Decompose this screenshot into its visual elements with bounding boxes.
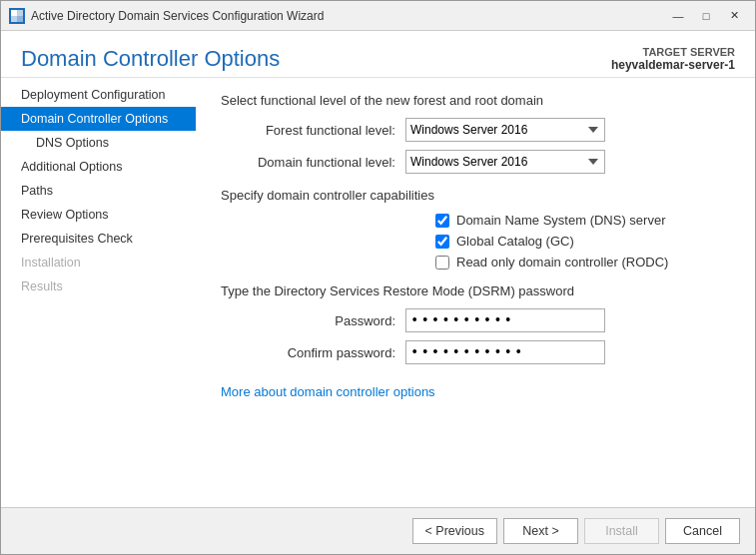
svg-rect-1 (17, 10, 23, 16)
gc-label[interactable]: Global Catalog (GC) (456, 234, 574, 249)
rodc-label[interactable]: Read only domain controller (RODC) (456, 255, 668, 270)
title-bar: Active Directory Domain Services Configu… (1, 1, 755, 31)
dns-label[interactable]: Domain Name System (DNS) server (456, 213, 666, 228)
svg-rect-2 (11, 16, 17, 22)
sidebar-item-install: Installation (1, 251, 196, 275)
functional-level-title: Select functional level of the new fores… (221, 93, 730, 108)
previous-button[interactable]: < Previous (412, 518, 497, 544)
minimize-button[interactable]: — (665, 6, 691, 26)
app-icon (9, 8, 25, 24)
gc-checkbox-row: Global Catalog (GC) (221, 234, 730, 249)
sidebar-item-dns[interactable]: DNS Options (1, 131, 196, 155)
password-input[interactable] (405, 308, 605, 332)
forest-level-select[interactable]: Windows Server 2016 (405, 118, 605, 142)
main-content: Select functional level of the new fores… (196, 78, 755, 507)
forest-level-row: Forest functional level: Windows Server … (221, 118, 730, 142)
target-server-label: TARGET SERVER (611, 46, 735, 58)
confirm-label: Confirm password: (221, 345, 405, 360)
dns-checkbox-row: Domain Name System (DNS) server (221, 213, 730, 228)
confirm-password-row: Confirm password: (221, 340, 730, 364)
wizard-window: Active Directory Domain Services Configu… (0, 0, 756, 555)
capabilities-title: Specify domain controller capabilities (221, 188, 730, 203)
domain-level-select[interactable]: Windows Server 2016 (405, 150, 605, 174)
capabilities-section: Specify domain controller capabilities D… (221, 188, 730, 270)
link-section: More about domain controller options (221, 384, 730, 399)
domain-level-row: Domain functional level: Windows Server … (221, 150, 730, 174)
svg-rect-0 (11, 10, 17, 16)
next-button[interactable]: Next > (503, 518, 578, 544)
password-row: Password: (221, 308, 730, 332)
dns-checkbox[interactable] (435, 214, 449, 228)
body-area: Deployment Configuration Domain Controll… (1, 78, 755, 507)
window-title: Active Directory Domain Services Configu… (31, 9, 324, 23)
forest-label: Forest functional level: (221, 123, 405, 138)
target-server-name: heyvaldemar-server-1 (611, 58, 735, 72)
svg-rect-3 (17, 16, 23, 22)
sidebar-item-dc-options[interactable]: Domain Controller Options (1, 107, 196, 131)
password-label: Password: (221, 313, 405, 328)
rodc-checkbox-row: Read only domain controller (RODC) (221, 255, 730, 270)
sidebar: Deployment Configuration Domain Controll… (1, 78, 196, 507)
domain-label: Domain functional level: (221, 155, 405, 170)
wizard-footer: < Previous Next > Install Cancel (1, 507, 755, 554)
sidebar-item-review[interactable]: Review Options (1, 203, 196, 227)
page-header: Domain Controller Options TARGET SERVER … (1, 31, 755, 78)
sidebar-item-additional[interactable]: Additional Options (1, 155, 196, 179)
title-bar-left: Active Directory Domain Services Configu… (9, 8, 324, 24)
confirm-password-input[interactable] (405, 340, 605, 364)
rodc-checkbox[interactable] (435, 256, 449, 270)
target-server-info: TARGET SERVER heyvaldemar-server-1 (611, 46, 735, 72)
maximize-button[interactable]: □ (693, 6, 719, 26)
gc-checkbox[interactable] (435, 235, 449, 249)
cancel-button[interactable]: Cancel (665, 518, 740, 544)
main-layout: Domain Controller Options TARGET SERVER … (1, 31, 755, 507)
title-bar-controls: — □ ✕ (665, 6, 747, 26)
dsrm-section: Type the Directory Services Restore Mode… (221, 283, 730, 364)
page-title: Domain Controller Options (21, 46, 280, 72)
install-button: Install (584, 518, 659, 544)
sidebar-item-results: Results (1, 275, 196, 298)
more-info-link[interactable]: More about domain controller options (221, 384, 435, 399)
sidebar-item-deployment[interactable]: Deployment Configuration (1, 83, 196, 107)
close-button[interactable]: ✕ (721, 6, 747, 26)
dsrm-title: Type the Directory Services Restore Mode… (221, 283, 730, 298)
sidebar-item-paths[interactable]: Paths (1, 179, 196, 203)
sidebar-item-prereq[interactable]: Prerequisites Check (1, 227, 196, 251)
